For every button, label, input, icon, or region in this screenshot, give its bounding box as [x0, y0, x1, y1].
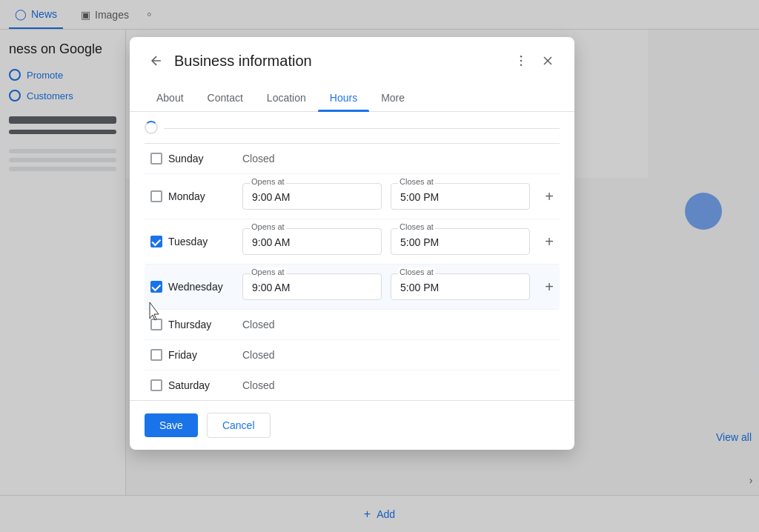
sunday-closed-text: Closed — [242, 153, 560, 164]
wednesday-closes-input[interactable] — [391, 273, 530, 300]
dialog-footer: Save Cancel — [130, 400, 574, 450]
thursday-checkbox-wrapper[interactable] — [145, 319, 168, 330]
tab-about[interactable]: About — [145, 84, 196, 111]
back-button[interactable] — [145, 49, 168, 73]
sunday-checkbox-wrapper[interactable] — [145, 153, 168, 164]
saturday-row: Saturday Closed — [145, 370, 560, 400]
monday-row: Monday Opens at Closes at + — [145, 174, 560, 219]
svg-point-2 — [520, 64, 523, 67]
monday-checkbox[interactable] — [150, 190, 162, 202]
saturday-closed-text: Closed — [242, 379, 560, 391]
sunday-checkbox[interactable] — [150, 153, 162, 164]
friday-checkbox[interactable] — [150, 349, 162, 361]
tab-contact[interactable]: Contact — [196, 84, 255, 111]
thursday-checkbox[interactable] — [150, 319, 162, 330]
tab-hours[interactable]: Hours — [318, 84, 369, 111]
monday-closes-wrapper: Closes at — [391, 183, 530, 210]
tuesday-opens-label: Opens at — [250, 222, 286, 231]
svg-point-1 — [520, 60, 523, 62]
tab-location[interactable]: Location — [255, 84, 318, 111]
dialog-tabs: About Contact Location Hours More — [130, 84, 574, 112]
monday-time-fields: Opens at Closes at + — [242, 183, 560, 210]
sunday-row: Sunday Closed — [145, 144, 560, 174]
tab-more[interactable]: More — [369, 84, 417, 111]
thursday-row: Thursday Closed — [145, 310, 560, 340]
tuesday-checkbox[interactable] — [150, 236, 162, 247]
monday-add-time-button[interactable]: + — [539, 186, 560, 207]
monday-closes-label: Closes at — [398, 177, 435, 186]
thursday-label: Thursday — [168, 319, 242, 330]
wednesday-row: Wednesday Opens at Closes at + — [145, 265, 560, 310]
wednesday-opens-label: Opens at — [250, 267, 286, 276]
tuesday-closes-input[interactable] — [391, 228, 530, 255]
sunday-label: Sunday — [168, 153, 242, 164]
tuesday-opens-wrapper: Opens at — [242, 228, 382, 255]
tuesday-add-time-button[interactable]: + — [539, 231, 560, 252]
monday-opens-input[interactable] — [242, 183, 382, 210]
svg-point-0 — [520, 56, 523, 58]
tuesday-closes-label: Closes at — [398, 222, 435, 231]
wednesday-closes-label: Closes at — [398, 267, 435, 276]
friday-closed-text: Closed — [242, 349, 560, 361]
wednesday-opens-input[interactable] — [242, 273, 382, 300]
monday-label: Monday — [168, 190, 242, 202]
saturday-checkbox-wrapper[interactable] — [145, 379, 168, 391]
loading-spinner — [145, 121, 158, 134]
thursday-closed-text: Closed — [242, 319, 560, 330]
monday-opens-label: Opens at — [250, 177, 286, 186]
search-bar-line — [164, 128, 560, 129]
tuesday-time-fields: Opens at Closes at + — [242, 228, 560, 255]
monday-checkbox-wrapper[interactable] — [145, 190, 168, 202]
dialog-header: Business information — [130, 37, 574, 84]
wednesday-opens-wrapper: Opens at — [242, 273, 382, 300]
dialog-title: Business information — [174, 53, 509, 70]
wednesday-add-time-button[interactable]: + — [539, 276, 560, 297]
friday-checkbox-wrapper[interactable] — [145, 349, 168, 361]
business-information-dialog: Business information About Contact Locat… — [130, 37, 574, 450]
tuesday-closes-wrapper: Closes at — [391, 228, 530, 255]
wednesday-time-fields: Opens at Closes at + — [242, 273, 560, 300]
friday-row: Friday Closed — [145, 340, 560, 370]
close-button[interactable] — [536, 49, 560, 73]
wednesday-checkbox-wrapper[interactable] — [145, 281, 168, 293]
tuesday-checkbox-wrapper[interactable] — [145, 236, 168, 247]
save-button[interactable]: Save — [145, 413, 198, 437]
tuesday-row: Tuesday Opens at Closes at + — [145, 219, 560, 265]
cancel-button[interactable]: Cancel — [207, 413, 271, 438]
tuesday-opens-input[interactable] — [242, 228, 382, 255]
monday-closes-input[interactable] — [391, 183, 530, 210]
dialog-body: Sunday Closed Monday Opens at Closes at … — [130, 112, 574, 400]
search-bar-area — [145, 112, 560, 144]
wednesday-closes-wrapper: Closes at — [391, 273, 530, 300]
wednesday-label: Wednesday — [168, 281, 242, 293]
monday-opens-wrapper: Opens at — [242, 183, 382, 210]
saturday-label: Saturday — [168, 379, 242, 391]
tuesday-label: Tuesday — [168, 236, 242, 247]
saturday-checkbox[interactable] — [150, 379, 162, 391]
wednesday-checkbox[interactable] — [150, 281, 162, 293]
friday-label: Friday — [168, 349, 242, 361]
more-options-button[interactable] — [509, 49, 533, 73]
